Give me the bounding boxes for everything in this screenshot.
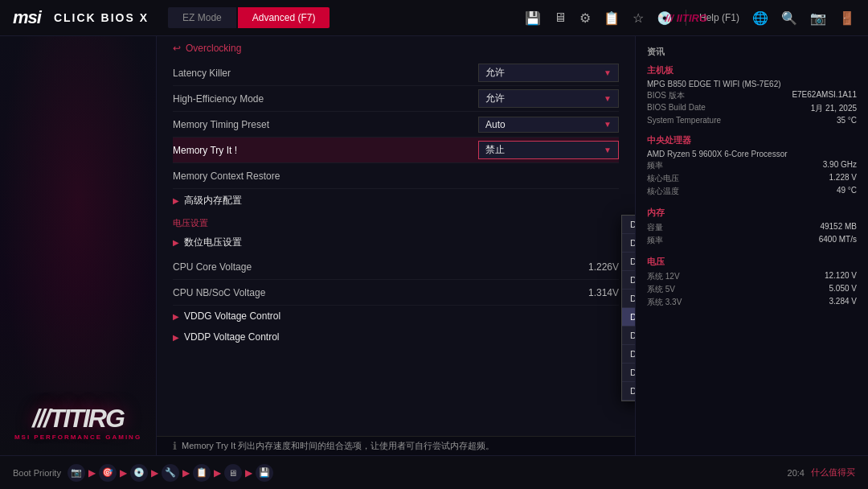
sys-temp-label: System Temperature bbox=[647, 116, 721, 125]
high-efficiency-dropdown[interactable]: 允许 ▼ bbox=[478, 89, 619, 108]
cpu-name: AMD Ryzen 5 9600X 6-Core Processor bbox=[647, 150, 857, 158]
exit-icon[interactable]: 🚪 bbox=[839, 10, 855, 26]
memory-timing-dropdown[interactable]: Auto ▼ bbox=[478, 117, 619, 133]
memory-try-it-arrow: ▼ bbox=[604, 146, 612, 154]
save-icon[interactable]: 💾 bbox=[525, 10, 541, 26]
v12-item: 系统 12V 12.120 V bbox=[647, 271, 857, 282]
sidebar: ///TITIRG MSI PERFORMANCE GAMING bbox=[0, 36, 157, 455]
footer-icon-3[interactable]: 💿 bbox=[130, 464, 148, 482]
memory-timing-value: Auto bbox=[485, 119, 506, 130]
tooltip-bar: ℹ Memory Try It 列出内存速度和时间的组合选项，让使用者可自行尝试… bbox=[157, 436, 635, 455]
sidebar-bg bbox=[0, 36, 156, 455]
vddg-expand-icon: ▶ bbox=[173, 312, 179, 321]
memory-try-it-value: 禁止 bbox=[485, 143, 505, 157]
v33-label: 系统 3.3V bbox=[647, 297, 682, 308]
advanced-memory-label: 高级内存配置 bbox=[184, 194, 242, 208]
memory-try-it-dropdown[interactable]: 禁止 ▼ bbox=[478, 141, 619, 159]
digital-voltage-label: 数位电压设置 bbox=[184, 236, 242, 249]
memory-block: 内存 容量 49152 MB 频率 6400 MT/s bbox=[647, 207, 857, 246]
settings-icon[interactable]: ⚙ bbox=[579, 10, 591, 26]
bios-title: CLICK BIOS X bbox=[54, 11, 149, 24]
sys-temp-item: System Temperature 35 °C bbox=[647, 116, 857, 125]
footer-arrow-2: ▶ bbox=[120, 467, 127, 479]
footer: Boot Priority 📷 ▶ 🎯 ▶ 💿 ▶ 🔧 ▶ 📋 ▶ 🖥 ▶ 💾 … bbox=[0, 455, 868, 489]
digital-voltage-row[interactable]: ▶ 数位电压设置 bbox=[173, 231, 619, 254]
footer-arrow-5: ▶ bbox=[214, 467, 221, 479]
footer-icon-5[interactable]: 📋 bbox=[193, 464, 211, 482]
mag-logo-text: ///TITIRG bbox=[14, 404, 141, 434]
digital-expand-icon: ▶ bbox=[173, 238, 179, 247]
clipboard-icon[interactable]: 📋 bbox=[604, 10, 620, 26]
dropdown-item-6[interactable]: DDR5-8600 42-54-54-126 bbox=[622, 327, 635, 345]
dropdown-item-3[interactable]: DDR5-8200 46-52-52-126 bbox=[622, 271, 635, 290]
bios-version-item: BIOS 版本 E7E62AMSI.1A11 bbox=[647, 90, 857, 101]
dropdown-item-1[interactable]: DDR5-8200 42-48-48-122 bbox=[622, 234, 635, 253]
memory-title: 内存 bbox=[647, 207, 857, 219]
core-volt-label: 核心电压 bbox=[647, 173, 679, 184]
bios-version-val: E7E62AMSI.1A11 bbox=[792, 90, 857, 101]
freq-val: 3.90 GHz bbox=[823, 160, 857, 171]
footer-icon-7[interactable]: 💾 bbox=[256, 464, 273, 482]
footer-icon-6[interactable]: 🖥 bbox=[224, 464, 242, 482]
v33-val: 3.284 V bbox=[829, 297, 857, 308]
mem-cap-val: 49152 MB bbox=[820, 222, 857, 233]
content-area: ↩ Overclocking Latency Killer 允许 ▼ High-… bbox=[157, 36, 635, 455]
monitor-icon[interactable]: 🖥 bbox=[554, 10, 567, 25]
core-temp-item: 核心温度 49 °C bbox=[647, 186, 857, 197]
camera-icon[interactable]: 📷 bbox=[810, 10, 826, 26]
freq-label: 频率 bbox=[647, 160, 663, 171]
footer-arrow-1: ▶ bbox=[88, 467, 96, 479]
overclocking-header: ↩ Overclocking bbox=[157, 36, 635, 60]
footer-icon-2[interactable]: 🎯 bbox=[99, 464, 117, 482]
dropdown-item-0[interactable]: DDR5-8200 40-46-46-122 bbox=[622, 216, 635, 234]
motherboard-name: MPG B850 EDGE TI WIFI (MS-7E62) bbox=[647, 80, 857, 88]
memory-context-label: Memory Context Restore bbox=[173, 171, 280, 182]
ez-mode-button[interactable]: EZ Mode bbox=[168, 7, 236, 28]
vddp-row[interactable]: ▶ VDDP Voltage Control bbox=[173, 327, 619, 347]
high-efficiency-value: 允许 bbox=[485, 92, 505, 105]
memory-try-it-row: Memory Try It ! 禁止 ▼ bbox=[173, 138, 619, 163]
bookmark-icon[interactable]: ☆ bbox=[633, 10, 644, 26]
mem-freq-item: 频率 6400 MT/s bbox=[647, 235, 857, 246]
latency-killer-value: 允许 bbox=[485, 66, 505, 80]
search-icon[interactable]: 🔍 bbox=[781, 10, 797, 26]
vddg-label: VDDG Voltage Control bbox=[184, 310, 280, 322]
mode-buttons: EZ Mode Advanced (F7) bbox=[168, 7, 330, 28]
high-efficiency-arrow: ▼ bbox=[604, 94, 612, 103]
footer-icon-4[interactable]: 🔧 bbox=[162, 464, 179, 482]
dropdown-item-4[interactable]: DDR5-8400 42-52-52-126 bbox=[622, 290, 635, 308]
cpu-core-voltage-value: 1.226V bbox=[588, 261, 619, 273]
main-layout: ///TITIRG MSI PERFORMANCE GAMING ↩ Overc… bbox=[0, 36, 868, 455]
mag-logo: ///TITIRG MSI PERFORMANCE GAMING bbox=[14, 404, 141, 441]
language-icon[interactable]: 🌐 bbox=[752, 10, 768, 26]
advanced-mode-button[interactable]: Advanced (F7) bbox=[238, 7, 330, 28]
footer-time: 20:4 bbox=[788, 468, 805, 478]
voltage-section: 电压设置 ▶ 数位电压设置 CPU Core Voltage 1.226V CP… bbox=[173, 214, 619, 347]
dropdown-item-5[interactable]: DDR5-8400 46-52-52-126 bbox=[622, 308, 635, 327]
memory-try-it-dropdown-menu: DDR5-8200 40-46-46-122 DDR5-8200 42-48-4… bbox=[621, 215, 635, 401]
footer-icon-1[interactable]: 📷 bbox=[68, 464, 85, 482]
msi-logo: msi bbox=[13, 7, 41, 28]
voltage-block: 电压 系统 12V 12.120 V 系统 5V 5.050 V 系统 3.3V… bbox=[647, 256, 857, 308]
info-panel: 资讯 主机板 MPG B850 EDGE TI WIFI (MS-7E62) B… bbox=[635, 36, 868, 455]
advanced-memory-row[interactable]: ▶ 高级内存配置 bbox=[173, 189, 619, 212]
dropdown-item-8[interactable]: DDR5-8800 42-54-54-126 bbox=[622, 364, 635, 382]
vddg-row[interactable]: ▶ VDDG Voltage Control bbox=[173, 306, 619, 327]
cpu-title: 中央处理器 bbox=[647, 134, 857, 146]
dropdown-item-2[interactable]: DDR5-8200 44-52-52-126 bbox=[622, 253, 635, 271]
info-section-title: 资讯 bbox=[647, 46, 857, 58]
dropdown-item-7[interactable]: DDR5-8600 46-54-54-126 bbox=[622, 345, 635, 364]
footer-arrow-3: ▶ bbox=[151, 467, 158, 479]
footer-item-1: 📷 ▶ 🎯 ▶ 💿 ▶ 🔧 ▶ 📋 ▶ 🖥 ▶ 💾 bbox=[68, 464, 273, 482]
dropdown-item-9[interactable]: DDR5-8800 46-54-54-126 bbox=[622, 382, 635, 401]
tooltip-icon: ℹ bbox=[173, 440, 177, 452]
memory-timing-row: Memory Timing Preset Auto ▼ bbox=[173, 112, 619, 138]
latency-killer-arrow: ▼ bbox=[604, 68, 612, 77]
v12-val: 12.120 V bbox=[825, 271, 857, 282]
vddp-label: VDDP Voltage Control bbox=[184, 331, 280, 343]
cpu-nb-voltage-label: CPU NB/SoC Voltage bbox=[173, 287, 265, 298]
latency-killer-row: Latency Killer 允许 ▼ bbox=[173, 60, 619, 86]
latency-killer-dropdown[interactable]: 允许 ▼ bbox=[478, 64, 619, 82]
mem-cap-label: 容量 bbox=[647, 222, 663, 233]
high-efficiency-label: High-Efficiency Mode bbox=[173, 93, 264, 105]
